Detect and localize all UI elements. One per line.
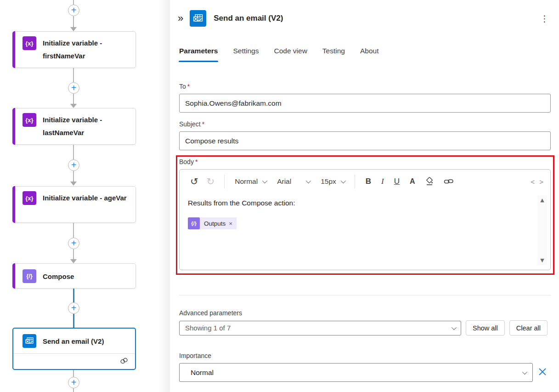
node-title: Initialize variable - ageVar	[43, 191, 127, 205]
outputs-token-chip[interactable]: {/} Outputs ×	[188, 217, 237, 229]
tab-testing[interactable]: Testing	[322, 47, 345, 62]
insert-step-button[interactable]: +	[68, 377, 79, 388]
chevron-down-icon	[306, 178, 311, 183]
connector-line	[73, 249, 74, 259]
panel-title: Send an email (V2)	[214, 14, 283, 23]
toolbar-divider	[355, 175, 355, 188]
compose-token-icon: {/}	[188, 217, 200, 229]
node-accent-bar	[12, 263, 15, 289]
to-input[interactable]	[179, 94, 551, 113]
connector-line	[73, 223, 74, 238]
body-content[interactable]: Results from the Compose action: {/} Out…	[180, 193, 550, 270]
node-title: Initialize variable - lastNameVar	[43, 113, 130, 139]
highlight-color-icon[interactable]	[420, 177, 439, 186]
variable-icon: {x}	[23, 36, 36, 50]
outlook-icon	[23, 334, 36, 348]
panel-edge-shadow	[158, 0, 170, 392]
connector-line	[73, 94, 74, 104]
connector-line-selected	[73, 314, 74, 328]
connector-line-selected	[73, 289, 74, 303]
action-details-panel: » Send an email (V2) ⋮ Parameters Settin…	[170, 0, 559, 392]
node-accent-bar	[12, 108, 15, 145]
remove-token-icon[interactable]: ×	[229, 220, 232, 227]
node-title: Send an email (V2)	[43, 337, 104, 345]
clear-all-button[interactable]: Clear all	[509, 320, 548, 335]
node-accent-bar	[12, 31, 15, 68]
node-accent-bar	[12, 186, 15, 223]
insert-step-button[interactable]: +	[68, 5, 79, 16]
panel-tabs: Parameters Settings Code view Testing Ab…	[179, 47, 378, 62]
advanced-parameters-dropdown[interactable]: Showing 1 of 7	[179, 321, 461, 335]
paragraph-style-dropdown[interactable]: Normal	[230, 177, 271, 186]
connector-arrow	[70, 259, 77, 263]
more-options-icon[interactable]: ⋮	[537, 12, 552, 25]
tab-code-view[interactable]: Code view	[274, 47, 307, 62]
chevron-down-icon	[262, 178, 267, 183]
connector-arrow	[70, 104, 77, 108]
body-text-line: Results from the Compose action:	[188, 199, 536, 207]
rich-text-toolbar: ↺ ↻ Normal Arial 15px B I U A	[180, 170, 550, 193]
connection-link-icon[interactable]	[119, 357, 129, 366]
connector-arrow	[70, 182, 77, 186]
node-title: Compose	[43, 272, 74, 280]
importance-dropdown[interactable]: Normal	[179, 363, 533, 382]
outlook-icon	[190, 10, 206, 27]
node-initialize-variable-agevar[interactable]: {x} Initialize variable - ageVar	[12, 186, 136, 223]
show-all-button[interactable]: Show all	[466, 320, 505, 335]
connector-line	[73, 68, 74, 83]
variable-icon: {x}	[23, 113, 36, 127]
undo-icon[interactable]: ↺	[186, 176, 203, 187]
tab-parameters[interactable]: Parameters	[179, 47, 218, 62]
connector-line	[73, 388, 74, 392]
variable-icon: {x}	[23, 191, 36, 205]
code-view-toggle-icon[interactable]: < >	[531, 178, 545, 186]
font-size-dropdown[interactable]: 15px	[316, 177, 349, 186]
connector-line	[73, 171, 74, 182]
node-compose[interactable]: {/} Compose	[12, 263, 136, 289]
toolbar-divider	[224, 175, 225, 188]
bold-button[interactable]: B	[361, 177, 376, 186]
remove-importance-icon[interactable]	[537, 367, 548, 379]
insert-step-button[interactable]: +	[68, 159, 79, 171]
connector-arrow	[70, 27, 77, 31]
connector-line	[73, 145, 74, 160]
scroll-up-icon[interactable]: ▲	[540, 197, 544, 203]
compose-icon: {/}	[23, 269, 36, 283]
subject-input[interactable]	[179, 131, 551, 150]
italic-button[interactable]: I	[376, 177, 389, 186]
tab-about[interactable]: About	[360, 47, 379, 62]
tab-settings[interactable]: Settings	[233, 47, 259, 62]
font-family-dropdown[interactable]: Arial	[272, 177, 314, 186]
workflow-canvas: + {x} Initialize variable - firstNameVar…	[0, 0, 170, 392]
chevron-down-icon	[522, 369, 527, 374]
node-initialize-variable-lastnamevar[interactable]: {x} Initialize variable - lastNameVar	[12, 108, 136, 145]
importance-label: Importance	[179, 352, 211, 359]
insert-step-button[interactable]: +	[68, 238, 79, 249]
advanced-parameters-label: Advanced parameters	[179, 309, 242, 317]
editor-scrollbar[interactable]: ▲ ▼	[537, 195, 547, 265]
subject-label: Subject*	[179, 120, 204, 128]
insert-step-button[interactable]: +	[68, 302, 79, 314]
connector-line	[73, 370, 74, 377]
section-divider	[179, 295, 551, 295]
to-label: To*	[179, 83, 190, 90]
insert-step-button[interactable]: +	[68, 82, 79, 94]
chevron-down-icon	[341, 178, 346, 183]
node-initialize-variable-firstnamevar[interactable]: {x} Initialize variable - firstNameVar	[12, 31, 136, 68]
body-rich-text-editor[interactable]: ↺ ↻ Normal Arial 15px B I U A	[179, 169, 551, 270]
connector-line	[73, 16, 74, 27]
token-label: Outputs	[204, 220, 226, 227]
node-send-an-email-v2[interactable]: Send an email (V2)	[12, 328, 136, 370]
font-color-button[interactable]: A	[405, 177, 420, 186]
body-label: Body*	[179, 158, 198, 165]
chevron-down-icon	[452, 324, 457, 330]
collapse-panel-icon[interactable]: »	[176, 12, 185, 24]
panel-header: » Send an email (V2) ⋮	[176, 9, 552, 28]
insert-link-icon[interactable]	[439, 178, 459, 185]
node-title: Initialize variable - firstNameVar	[43, 36, 130, 62]
redo-icon[interactable]: ↻	[203, 176, 219, 187]
scroll-down-icon[interactable]: ▼	[540, 257, 544, 263]
underline-button[interactable]: U	[389, 177, 405, 186]
